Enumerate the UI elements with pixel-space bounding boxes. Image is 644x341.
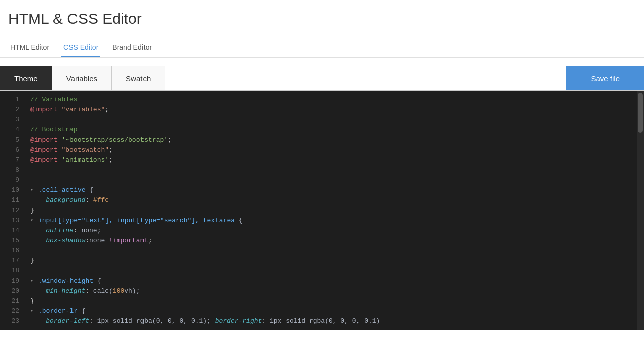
top-nav: HTML Editor CSS Editor Brand Editor xyxy=(0,39,644,58)
scrollbar-thumb[interactable] xyxy=(638,93,643,133)
fold-icon-22[interactable]: ▾ xyxy=(30,306,37,316)
code-line-11: background: #ffc xyxy=(30,195,637,206)
tab-css-editor[interactable]: CSS Editor xyxy=(61,39,100,57)
code-line-20: min-height: calc(100vh); xyxy=(30,286,637,296)
code-line-21: } xyxy=(30,296,637,306)
code-content[interactable]: // Variables @import "variables"; // Boo… xyxy=(26,91,637,330)
code-editor: 12345 678910 1112131415 1617181920 21222… xyxy=(0,91,644,330)
code-line-15: box-shadow:none !important; xyxy=(30,236,637,246)
scrollbar[interactable] xyxy=(637,91,644,330)
code-line-4: // Bootstrap xyxy=(30,125,637,135)
code-line-12: } xyxy=(30,206,637,216)
code-line-10: ▾.cell-active { xyxy=(30,185,637,195)
code-line-9 xyxy=(30,175,637,185)
tab-theme[interactable]: Theme xyxy=(0,66,52,90)
tab-html-editor[interactable]: HTML Editor xyxy=(8,39,51,57)
tab-swatch[interactable]: Swatch xyxy=(112,66,165,90)
save-file-button[interactable]: Save file xyxy=(566,66,644,90)
page-title: HTML & CSS Editor xyxy=(8,10,636,27)
fold-icon-10[interactable]: ▾ xyxy=(30,185,37,195)
code-line-5: @import '~bootstrap/scss/bootstrap'; xyxy=(30,135,637,145)
page-header: HTML & CSS Editor xyxy=(0,0,644,39)
code-line-3 xyxy=(30,115,637,125)
editor-toolbar: Theme Variables Swatch Save file xyxy=(0,66,644,91)
code-line-17: } xyxy=(30,256,637,266)
line-numbers: 12345 678910 1112131415 1617181920 21222… xyxy=(0,91,26,330)
code-line-23: border-left: 1px solid rgba(0, 0, 0, 0.1… xyxy=(30,316,637,326)
code-line-16 xyxy=(30,246,637,256)
code-line-1: // Variables xyxy=(30,95,637,105)
code-line-7: @import 'animations'; xyxy=(30,155,637,165)
tab-variables[interactable]: Variables xyxy=(52,66,112,90)
code-line-6: @import "bootswatch"; xyxy=(30,145,637,155)
fold-icon-19[interactable]: ▾ xyxy=(30,276,37,286)
code-line-22: ▾.border-lr { xyxy=(30,306,637,316)
code-line-8 xyxy=(30,165,637,175)
code-line-13: ▾input[type="text"], input[type="search"… xyxy=(30,216,637,226)
code-line-2: @import "variables"; xyxy=(30,105,637,115)
editor-tab-group: Theme Variables Swatch xyxy=(0,66,165,90)
tab-brand-editor[interactable]: Brand Editor xyxy=(110,39,154,57)
code-line-18 xyxy=(30,266,637,276)
code-line-14: outline: none; xyxy=(30,226,637,236)
code-line-19: ▾.window-height { xyxy=(30,276,637,286)
fold-icon-13[interactable]: ▾ xyxy=(30,216,37,226)
